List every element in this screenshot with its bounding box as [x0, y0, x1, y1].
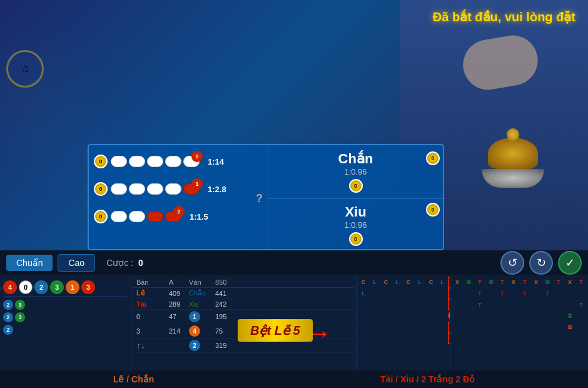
cl-row-3: ⊗ — [358, 310, 449, 322]
col-850: 850 — [215, 278, 253, 286]
rg-row-3: ② — [452, 310, 587, 322]
rg-row-2: T T — [452, 299, 587, 310]
score-circle-1: 1 — [66, 280, 79, 294]
chip-far-right-top: 0 — [426, 151, 440, 165]
chip-row2: 0 — [94, 182, 108, 196]
golden-bowl — [475, 138, 550, 200]
score-circle-4: 4 — [3, 280, 17, 294]
rg-row-4: ② — [452, 322, 587, 333]
bet-chan[interactable]: Chắn 1:0.96 0 — [268, 145, 443, 199]
label-le-chan: Lẽ / Chắn — [113, 374, 154, 384]
score-circle-3a: 3 — [50, 280, 64, 294]
odds-row3: 1:1.5 — [190, 212, 208, 222]
col-ban: Bàn — [136, 278, 168, 286]
control-bar: Chuẩn Cao Cược : 0 ↺ ↻ ✓ — [0, 250, 588, 275]
rg-row-1: T T T T — [452, 288, 587, 299]
score-circle-0: 0 — [19, 280, 33, 294]
col-van: Ván — [189, 278, 214, 286]
chip-chan: 0 — [349, 179, 363, 193]
dice-row3: 2 — [111, 211, 181, 222]
right-bets: ? Chắn 1:0.96 0 Xiu 1:0.96 0 — [268, 145, 443, 252]
table-data-le: Lẽ 409 Chẵn 441 — [133, 288, 354, 299]
action-buttons: ↺ ↻ ✓ — [500, 251, 582, 275]
dice-row2: 1 — [111, 183, 200, 195]
rg-header: X ② T ② T X T X ② T X T — [452, 277, 587, 288]
btn-chuan[interactable]: Chuẩn — [6, 255, 53, 271]
cuoc-label: Cược : — [106, 258, 133, 268]
bottom-labels: Lẽ / Chắn Tài / Xiu / 2 Trắng 2 Đỏ — [0, 370, 588, 388]
odds-row1: 1:14 — [208, 157, 224, 166]
score-top-row: 4 0 2 3 1 3 — [3, 278, 128, 297]
bet-le5-label: Bệt Lẽ 5 — [238, 319, 313, 342]
score-row-1: 2 3 — [3, 299, 128, 310]
chip-far-right-bot: 0 — [426, 203, 440, 217]
header-notification: Đã bắt đầu, vui lòng đặt — [433, 9, 575, 24]
chip-row3: 0 — [94, 210, 108, 223]
score-circle-2a: 2 — [34, 280, 48, 294]
cuoc-value: 0 — [138, 258, 143, 268]
cl-row-1: L C L — [358, 288, 449, 299]
cl-row-4: C L — [358, 322, 449, 333]
left-decoration: ♫ — [6, 50, 44, 91]
score-row-3: 2 — [3, 324, 128, 335]
score-data-rows: 2 3 2 3 2 — [3, 299, 128, 335]
btn-confirm[interactable]: ✓ — [558, 251, 582, 275]
btn-undo[interactable]: ↺ — [500, 251, 524, 275]
chip-row1: 0 — [94, 155, 108, 168]
label-tai-xiu: Tài / Xiu / 2 Trắng 2 Đỏ — [380, 374, 475, 384]
btn-cao[interactable]: Cao — [58, 254, 95, 272]
betting-table: 0 0 1:14 0 — [88, 144, 444, 250]
bet-xiu[interactable]: Xiu 1:0.96 0 — [268, 199, 443, 252]
dice-row1: 0 — [111, 156, 200, 167]
cl-row-5: C — [358, 333, 449, 344]
cl-row-2: C L — [358, 299, 449, 310]
table-header: Bàn A Ván 850 — [133, 277, 354, 288]
score-row-2: 2 3 — [3, 312, 128, 323]
chip-xiu: 0 — [349, 232, 363, 246]
table-data-tai: Tài 289 Xiu 242 — [133, 299, 354, 310]
score-circle-3b: 3 — [81, 280, 95, 294]
btn-redo[interactable]: ↻ — [529, 251, 553, 275]
odds-row2: 1:2.8 — [208, 185, 226, 194]
col-a: A — [169, 278, 188, 286]
cl-grid-header: C L C L C L C L C L — [358, 277, 449, 288]
